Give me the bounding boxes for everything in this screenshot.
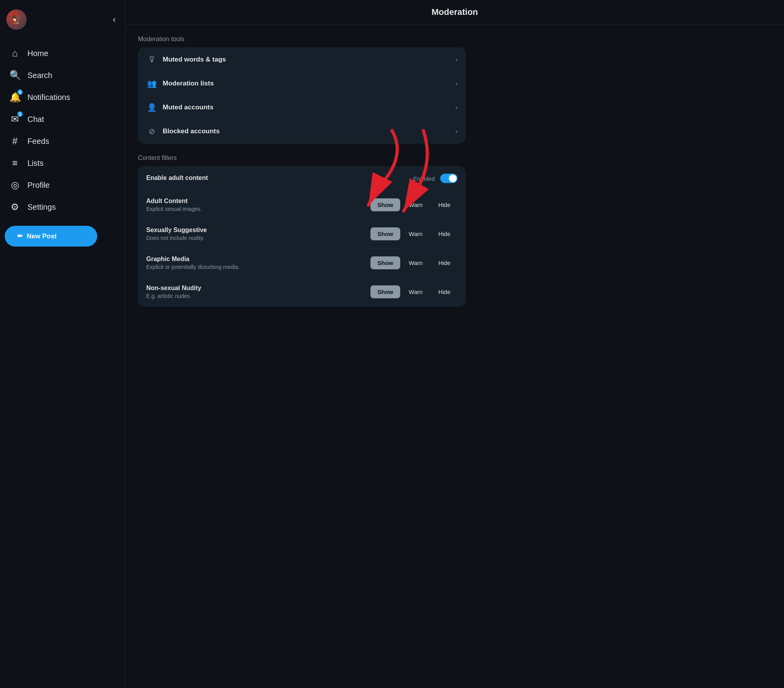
filter-row-sexually-suggestive: Sexually Suggestive Does not include nud… <box>138 220 465 249</box>
sidebar-nav: ⌂ Home 🔍 Search 🔔 Notifications 4 ✉ Chat… <box>5 42 120 218</box>
non-sexual-nudity-warn-button[interactable]: Warn <box>402 285 430 298</box>
page-title: Moderation <box>432 7 478 17</box>
lists-icon: ≡ <box>9 158 20 169</box>
chevron-icon: › <box>456 128 457 135</box>
graphic-media-warn-button[interactable]: Warn <box>402 256 430 269</box>
graphic-media-subtitle: Explicit or potentially disturbing media… <box>146 264 370 270</box>
graphic-media-text: Graphic Media Explicit or potentially di… <box>146 256 370 270</box>
adult-content-hide-button[interactable]: Hide <box>431 198 457 211</box>
content-filters-label: Content filters <box>138 154 466 162</box>
back-button[interactable]: ‹ <box>110 11 119 28</box>
sidebar-item-profile[interactable]: ◎ Profile <box>5 174 120 196</box>
adult-content-show-button[interactable]: Show <box>370 198 400 211</box>
non-sexual-nudity-show-button[interactable]: Show <box>370 285 400 298</box>
sidebar-item-label: Home <box>27 49 48 58</box>
tool-icon: ⊘ <box>146 127 157 136</box>
adult-content-toggle[interactable] <box>440 174 457 183</box>
enable-adult-content-controls: Enabled <box>413 174 457 183</box>
new-post-icon: ✏ <box>17 232 23 240</box>
sidebar-item-chat[interactable]: ✉ Chat 1 <box>5 108 120 130</box>
adult-content-text: Adult Content Explicit sexual images. <box>146 198 370 212</box>
tool-label: Muted words & tags <box>163 56 456 64</box>
filter-row-adult-content: Adult Content Explicit sexual images. Sh… <box>138 191 465 220</box>
non-sexual-nudity-title: Non-sexual Nudity <box>146 285 370 292</box>
tool-icon: ⊽ <box>146 55 157 64</box>
moderation-tool-muted-words-&-tags[interactable]: ⊽ Muted words & tags › <box>138 48 465 72</box>
sidebar-item-label: Feeds <box>27 137 49 146</box>
sexually-suggestive-warn-button[interactable]: Warn <box>402 227 430 240</box>
sexually-suggestive-title: Sexually Suggestive <box>146 227 370 234</box>
sidebar-item-lists[interactable]: ≡ Lists <box>5 152 120 174</box>
sidebar: 🦅 ‹ ⌂ Home 🔍 Search 🔔 Notifications 4 ✉ … <box>0 0 125 688</box>
enable-adult-content-text: Enable adult content <box>146 174 413 183</box>
toggle-knob <box>449 174 457 182</box>
graphic-media-show-button[interactable]: Show <box>370 256 400 269</box>
moderation-tools-group: ⊽ Muted words & tags › 👥 Moderation list… <box>138 47 466 143</box>
sexually-suggestive-show-button[interactable]: Show <box>370 227 400 240</box>
sidebar-item-label: Notifications <box>27 93 70 102</box>
content-filters-group: Enable adult content Enabled Adult Conte… <box>138 166 466 307</box>
moderation-tools-label: Moderation tools <box>138 36 466 43</box>
adult-content-title: Adult Content <box>146 198 370 205</box>
adult-content-subtitle: Explicit sexual images. <box>146 206 370 212</box>
new-post-button[interactable]: ✏ New Post <box>5 226 97 247</box>
page-header: Moderation <box>125 0 784 25</box>
chevron-icon: › <box>456 80 457 87</box>
sidebar-item-label: Profile <box>27 181 50 190</box>
sidebar-item-feeds[interactable]: # Feeds <box>5 130 120 152</box>
adult-content-btn-group: Show Warn Hide <box>370 198 457 211</box>
moderation-tool-moderation-lists[interactable]: 👥 Moderation lists › <box>138 72 465 96</box>
chevron-icon: › <box>456 104 457 111</box>
enabled-label: Enabled <box>413 175 435 182</box>
sidebar-item-notifications[interactable]: 🔔 Notifications 4 <box>5 86 120 108</box>
sidebar-item-label: Lists <box>27 159 44 168</box>
non-sexual-nudity-btn-group: Show Warn Hide <box>370 285 457 298</box>
new-post-label: New Post <box>27 232 57 240</box>
tool-icon: 👥 <box>146 79 157 88</box>
search-icon: 🔍 <box>9 70 20 81</box>
adult-content-warn-button[interactable]: Warn <box>402 198 430 211</box>
tool-icon: 👤 <box>146 103 157 112</box>
moderation-tool-muted-accounts[interactable]: 👤 Muted accounts › <box>138 96 465 120</box>
graphic-media-btn-group: Show Warn Hide <box>370 256 457 269</box>
sidebar-item-label: Search <box>27 71 52 80</box>
tool-label: Moderation lists <box>163 80 456 87</box>
sidebar-item-home[interactable]: ⌂ Home <box>5 42 120 64</box>
settings-icon: ⚙ <box>9 201 20 212</box>
tool-label: Blocked accounts <box>163 127 456 135</box>
sexually-suggestive-subtitle: Does not include nudity. <box>146 235 370 241</box>
filter-row-non-sexual-nudity: Non-sexual Nudity E.g. artistic nudes. S… <box>138 278 465 306</box>
main-content: Moderation Moderation tools ⊽ Muted word… <box>125 0 784 688</box>
sexually-suggestive-btn-group: Show Warn Hide <box>370 227 457 240</box>
badge-notifications: 4 <box>16 89 24 96</box>
non-sexual-nudity-hide-button[interactable]: Hide <box>431 285 457 298</box>
sidebar-item-label: Chat <box>27 115 44 124</box>
filter-row-graphic-media: Graphic Media Explicit or potentially di… <box>138 249 465 278</box>
non-sexual-nudity-subtitle: E.g. artistic nudes. <box>146 293 370 299</box>
avatar[interactable]: 🦅 <box>6 9 27 30</box>
profile-icon: ◎ <box>9 180 20 191</box>
sidebar-item-settings[interactable]: ⚙ Settings <box>5 196 120 218</box>
tool-label: Muted accounts <box>163 103 456 111</box>
chevron-icon: › <box>456 56 457 63</box>
feeds-icon: # <box>9 136 20 147</box>
sidebar-item-label: Settings <box>27 203 56 212</box>
non-sexual-nudity-text: Non-sexual Nudity E.g. artistic nudes. <box>146 285 370 299</box>
enable-adult-content-title: Enable adult content <box>146 174 413 182</box>
avatar-image: 🦅 <box>6 9 27 30</box>
sexually-suggestive-hide-button[interactable]: Hide <box>431 227 457 240</box>
graphic-media-title: Graphic Media <box>146 256 370 263</box>
graphic-media-hide-button[interactable]: Hide <box>431 256 457 269</box>
avatar-area: 🦅 ‹ <box>5 6 120 33</box>
sexually-suggestive-text: Sexually Suggestive Does not include nud… <box>146 227 370 241</box>
badge-chat: 1 <box>16 111 24 118</box>
content-area: Moderation tools ⊽ Muted words & tags › … <box>125 25 478 329</box>
enable-adult-content-row: Enable adult content Enabled <box>138 167 465 191</box>
sidebar-item-search[interactable]: 🔍 Search <box>5 64 120 86</box>
home-icon: ⌂ <box>9 48 20 59</box>
moderation-tool-blocked-accounts[interactable]: ⊘ Blocked accounts › <box>138 120 465 143</box>
